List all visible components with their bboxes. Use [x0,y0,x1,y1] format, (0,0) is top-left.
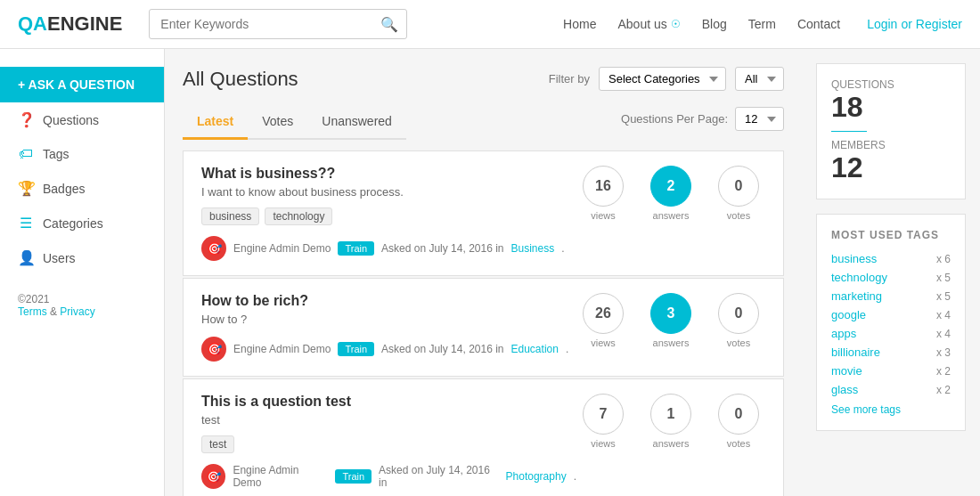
user-name: Engine Admin Demo [233,343,331,355]
tag-name[interactable]: google [831,308,866,321]
votes-count: 0 [718,166,759,207]
sidebar-item-badges[interactable]: 🏆 Badges [0,171,164,206]
per-page-bar: Questions Per Page: 12 [621,107,784,138]
question-stats: 7 views 1 answers 0 votes [576,394,765,449]
badges-icon: 🏆 [18,180,34,197]
members-stat-value: 12 [831,151,951,184]
auth-links: Login or Register [867,17,962,31]
tag-row-movie: movie x 2 [831,364,951,378]
sidebar-nav: ❓ Questions 🏷 Tags 🏆 Badges ☰ Categories… [0,102,164,275]
nav-home[interactable]: Home [563,17,596,31]
answers-count: 3 [650,293,691,334]
views-label: views [591,337,616,348]
logo: QAENGINE [18,12,122,36]
search-input[interactable] [149,9,407,39]
tag-name[interactable]: glass [831,383,858,396]
tab-latest[interactable]: Latest [183,105,248,140]
answers-label: answers [653,438,690,449]
votes-stat: 0 votes [712,293,765,348]
category-link[interactable]: Photography [506,470,567,483]
views-label: views [591,438,616,449]
nav-about-us[interactable]: About us ☉ [617,17,680,31]
tab-votes[interactable]: Votes [248,105,307,140]
votes-count: 0 [718,394,759,435]
filter-all-select[interactable]: All [735,67,784,91]
see-more-tags-link[interactable]: See more tags [831,403,951,416]
question-stats: 16 views 2 answers 0 votes [576,166,765,221]
views-stat: 16 views [576,166,630,221]
tag-row-glass: glass x 2 [831,383,951,396]
avatar: 🎯 [201,464,225,489]
search-icon: 🔍 [380,16,398,33]
sidebar-item-questions[interactable]: ❓ Questions [0,102,164,137]
train-badge: Train [338,342,374,356]
sidebar-item-label: Users [43,251,76,265]
tag-count: x 2 [936,384,951,396]
nav-blog[interactable]: Blog [702,17,727,31]
category-link[interactable]: Business [511,242,555,255]
category-link[interactable]: Education [511,343,559,355]
most-used-tags-card: MOST USED TAGS business x 6 technology x… [816,214,966,431]
layout: + ASK A QUESTION ❓ Questions 🏷 Tags 🏆 Ba… [0,49,980,496]
filter-label: Filter by [549,72,590,85]
question-desc: I want to know about business process. [201,185,576,199]
tab-unanswered[interactable]: Unanswered [307,105,406,140]
sidebar-item-label: Badges [43,182,85,196]
tag-row-apps: apps x 4 [831,327,951,340]
register-link[interactable]: Register [916,17,962,31]
sidebar-item-tags[interactable]: 🏷 Tags [0,137,164,171]
answers-label: answers [653,210,690,221]
filter-category-select[interactable]: Select Categories [599,67,726,91]
tag-name[interactable]: billionaire [831,346,880,359]
tag-count: x 4 [936,309,951,321]
question-body: This is a question test test test 🎯 Engi… [201,394,576,489]
tag-name[interactable]: technology [831,271,887,284]
tag-technology[interactable]: technology [265,207,332,225]
tag-name[interactable]: business [831,252,877,265]
tags-icon: 🏷 [18,146,34,162]
privacy-link[interactable]: Privacy [60,305,94,318]
asked-on: Asked on July 14, 2016 in [381,242,503,255]
question-tags: test [201,435,576,453]
copyright: ©2021 [18,293,146,305]
question-stats: 26 views 3 answers 0 votes [576,293,765,348]
sidebar-footer: ©2021 Terms & Privacy [0,275,164,336]
sidebar-item-categories[interactable]: ☰ Categories [0,206,164,240]
question-body: What is business?? I want to know about … [201,166,576,261]
questions-icon: ❓ [18,111,34,128]
tag-row-billionaire: billionaire x 3 [831,346,951,359]
nav-contact[interactable]: Contact [797,17,840,31]
votes-label: votes [727,337,750,348]
tag-name[interactable]: marketing [831,289,882,303]
tag-count: x 6 [936,253,951,265]
user-name: Engine Admin Demo [233,242,331,255]
question-meta: 🎯 Engine Admin Demo Train Asked on July … [201,337,576,362]
votes-stat: 0 votes [712,166,765,221]
tag-name[interactable]: apps [831,327,856,340]
main-content: All Questions Filter by Select Categorie… [165,49,802,496]
tag-count: x 5 [936,272,951,284]
views-label: views [591,210,616,221]
tag-name[interactable]: movie [831,364,862,378]
terms-link[interactable]: Terms [18,305,47,318]
sidebar-item-users[interactable]: 👤 Users [0,240,164,275]
header: QAENGINE 🔍 Home About us ☉ Blog Term Con… [0,0,980,49]
auth-or: or [901,17,911,31]
tag-count: x 2 [936,365,951,378]
tag-row-technology: technology x 5 [831,271,951,284]
ask-question-button[interactable]: + ASK A QUESTION [0,67,164,102]
right-sidebar: Questions 18 Members 12 MOST USED TAGS b… [802,49,980,496]
questions-stat-value: 18 [831,91,951,124]
tag-business[interactable]: business [201,207,259,225]
question-card-3: This is a question test test test 🎯 Engi… [183,378,784,496]
user-name: Engine Admin Demo [233,464,328,489]
question-desc: test [201,413,576,427]
nav-term[interactable]: Term [748,17,776,31]
per-page-select[interactable]: 12 [735,107,784,131]
answers-count: 2 [650,166,691,207]
views-count: 7 [583,394,624,435]
tag-test[interactable]: test [201,435,234,453]
sidebar-item-label: Questions [43,113,99,127]
login-link[interactable]: Login [867,17,897,31]
tag-row-business: business x 6 [831,252,951,265]
